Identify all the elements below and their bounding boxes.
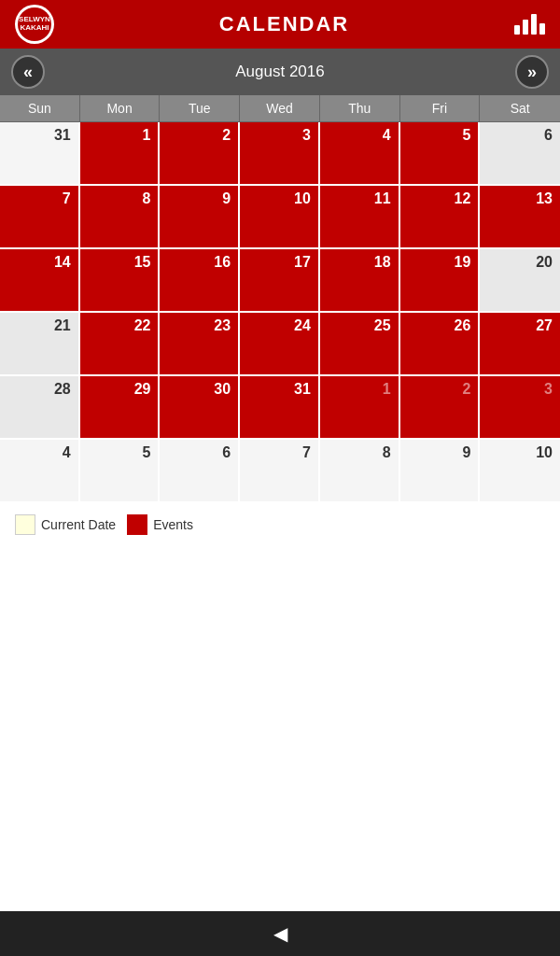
cell-number: 7 <box>63 191 71 206</box>
legend-current: Current Date <box>15 514 116 535</box>
table-row[interactable]: 23 <box>160 313 240 376</box>
table-row[interactable]: 8 <box>320 440 400 503</box>
table-row[interactable]: 5 <box>400 122 481 186</box>
next-month-button[interactable]: » <box>515 55 549 89</box>
cell-number: 18 <box>374 255 391 270</box>
day-header-sat: Sat <box>480 95 560 121</box>
cell-number: 1 <box>383 382 391 397</box>
table-row[interactable]: 24 <box>240 313 320 376</box>
table-row[interactable]: 26 <box>400 313 481 376</box>
cell-number: 14 <box>54 255 71 270</box>
cell-number: 7 <box>302 445 311 460</box>
day-header-mon: Mon <box>80 95 161 121</box>
cell-number: 29 <box>134 382 151 397</box>
bottom-bar: ◀ <box>0 911 560 956</box>
cell-number: 2 <box>222 128 231 143</box>
day-header-tue: Tue <box>160 95 240 121</box>
table-row[interactable]: 9 <box>400 440 481 503</box>
cell-number: 15 <box>134 255 151 270</box>
cell-number: 26 <box>454 318 470 333</box>
table-row[interactable]: 31 <box>0 122 80 186</box>
cell-number: 3 <box>302 128 311 143</box>
table-row[interactable]: 29 <box>80 376 161 440</box>
cell-number: 4 <box>383 128 391 143</box>
table-row[interactable]: 4 <box>320 122 400 186</box>
cell-number: 6 <box>222 445 231 460</box>
table-row[interactable]: 25 <box>320 313 400 376</box>
table-row[interactable]: 22 <box>80 313 161 376</box>
logo: SELWYNKAKAHI <box>15 5 54 44</box>
table-row[interactable]: 13 <box>480 186 560 249</box>
table-row[interactable]: 31 <box>240 376 320 440</box>
table-row[interactable]: 2 <box>400 376 481 440</box>
cell-number: 4 <box>63 445 71 460</box>
cell-number: 27 <box>536 318 553 333</box>
cell-number: 21 <box>54 318 71 333</box>
cell-number: 9 <box>462 445 470 460</box>
calendar-nav: « August 2016 » <box>0 49 560 95</box>
cell-number: 8 <box>143 191 151 206</box>
cell-number: 5 <box>143 445 151 460</box>
prev-month-button[interactable]: « <box>11 55 45 89</box>
current-month-label: August 2016 <box>235 63 324 81</box>
table-row[interactable]: 1 <box>320 376 400 440</box>
table-row[interactable]: 15 <box>80 249 161 313</box>
table-row[interactable]: 28 <box>0 376 80 440</box>
table-row[interactable]: 5 <box>80 440 161 503</box>
day-header-sun: Sun <box>0 95 80 121</box>
table-row[interactable]: 30 <box>160 376 240 440</box>
table-row[interactable]: 6 <box>480 122 560 186</box>
cell-number: 17 <box>294 255 311 270</box>
day-headers-row: Sun Mon Tue Wed Thu Fri Sat <box>0 95 560 122</box>
cell-number: 10 <box>294 191 311 206</box>
table-row[interactable]: 19 <box>400 249 481 313</box>
table-row[interactable]: 7 <box>0 186 80 249</box>
table-row[interactable]: 11 <box>320 186 400 249</box>
table-row[interactable]: 8 <box>80 186 161 249</box>
cell-number: 16 <box>214 255 231 270</box>
table-row[interactable]: 9 <box>160 186 240 249</box>
cell-number: 5 <box>462 128 470 143</box>
cell-number: 8 <box>383 445 391 460</box>
cell-number: 23 <box>214 318 231 333</box>
bars-chart-icon[interactable] <box>514 14 545 35</box>
table-row[interactable]: 3 <box>240 122 320 186</box>
day-header-fri: Fri <box>400 95 481 121</box>
cell-number: 11 <box>374 191 391 206</box>
cell-number: 24 <box>294 318 311 333</box>
cell-number: 12 <box>454 191 470 206</box>
logo-text: SELWYNKAKAHI <box>18 7 51 41</box>
table-row[interactable]: 17 <box>240 249 320 313</box>
table-row[interactable]: 27 <box>480 313 560 376</box>
table-row[interactable]: 20 <box>480 249 560 313</box>
table-row[interactable]: 1 <box>80 122 161 186</box>
table-row[interactable]: 10 <box>480 440 560 503</box>
table-row[interactable]: 14 <box>0 249 80 313</box>
bar3 <box>531 14 537 35</box>
back-button[interactable]: ◀ <box>273 922 287 945</box>
table-row[interactable]: 6 <box>160 440 240 503</box>
cell-number: 20 <box>536 255 553 270</box>
table-row[interactable]: 12 <box>400 186 481 249</box>
current-date-label: Current Date <box>41 517 116 532</box>
cell-number: 31 <box>294 382 311 397</box>
table-row[interactable]: 2 <box>160 122 240 186</box>
cell-number: 3 <box>544 382 553 397</box>
cell-number: 25 <box>374 318 391 333</box>
table-row[interactable]: 7 <box>240 440 320 503</box>
table-row[interactable]: 21 <box>0 313 80 376</box>
cell-number: 19 <box>454 255 470 270</box>
legend: Current Date Events <box>0 503 560 546</box>
table-row[interactable]: 16 <box>160 249 240 313</box>
cell-number: 6 <box>544 128 553 143</box>
events-label: Events <box>153 517 193 532</box>
cell-number: 10 <box>536 445 553 460</box>
events-swatch <box>127 514 147 535</box>
table-row[interactable]: 18 <box>320 249 400 313</box>
bar2 <box>523 20 528 35</box>
legend-events: Events <box>127 514 193 535</box>
table-row[interactable]: 3 <box>480 376 560 440</box>
table-row[interactable]: 10 <box>240 186 320 249</box>
table-row[interactable]: 4 <box>0 440 80 503</box>
bar4 <box>539 23 545 35</box>
